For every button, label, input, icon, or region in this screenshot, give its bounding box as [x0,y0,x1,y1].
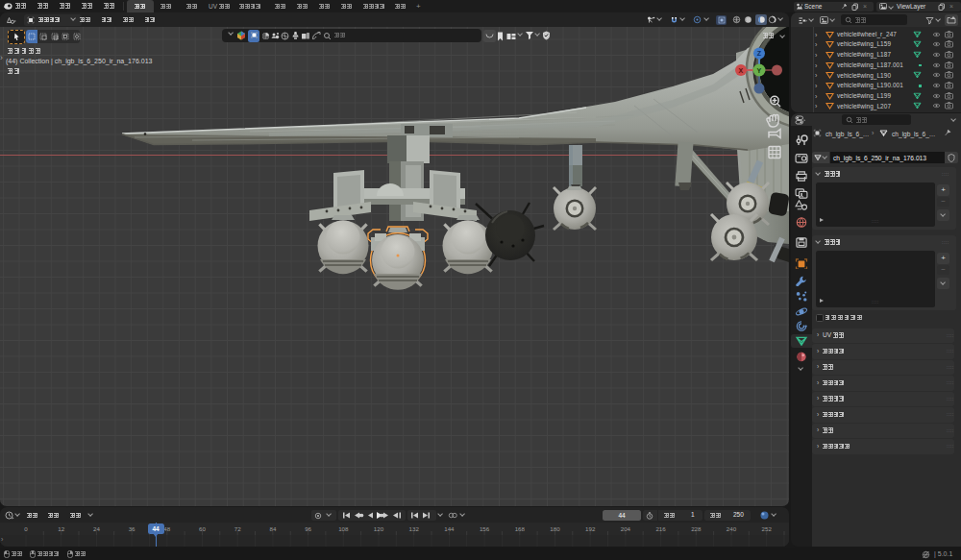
svg-text:Z: Z [757,50,762,57]
svg-text:228: 228 [691,525,702,532]
svg-text:72: 72 [234,525,241,532]
svg-text:252: 252 [762,525,773,532]
svg-text:36: 36 [129,525,136,532]
svg-text:Y: Y [756,67,761,74]
svg-text:132: 132 [409,525,420,532]
svg-text:120: 120 [374,525,384,532]
svg-text:X: X [738,67,743,74]
svg-text:84: 84 [269,525,276,532]
svg-text:192: 192 [585,525,596,532]
svg-text:240: 240 [727,525,737,532]
svg-text:24: 24 [93,525,100,532]
svg-text:48: 48 [163,525,170,532]
svg-text:12: 12 [58,525,64,532]
svg-text:144: 144 [444,525,455,532]
svg-text:168: 168 [515,525,526,532]
svg-text:216: 216 [655,525,666,532]
svg-text:180: 180 [550,525,560,532]
svg-text:96: 96 [305,525,311,532]
svg-text:60: 60 [199,525,206,532]
svg-text:156: 156 [480,525,490,532]
svg-text:204: 204 [621,525,631,532]
svg-text:108: 108 [338,525,349,532]
svg-text:0: 0 [24,525,28,532]
